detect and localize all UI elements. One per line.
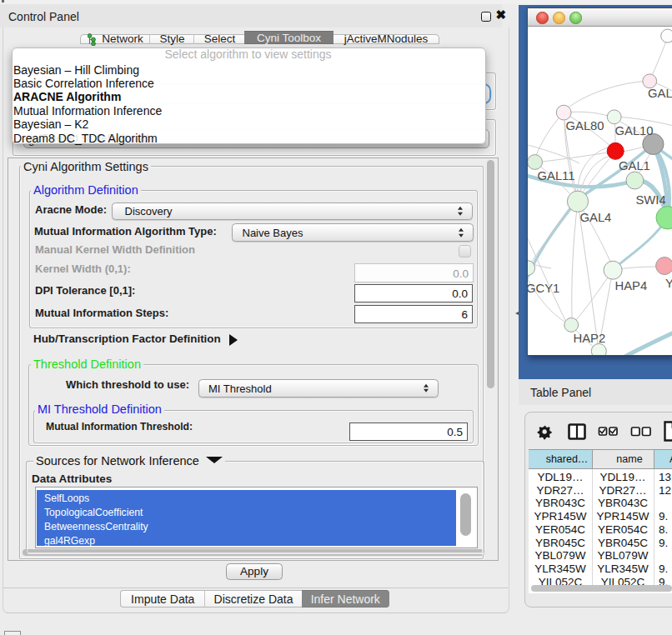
svg-text:Y: Y (665, 277, 672, 290)
svg-text:GAL11: GAL11 (538, 169, 575, 182)
svg-text:HAP2: HAP2 (574, 332, 606, 345)
svg-text:GCY1: GCY1 (528, 282, 559, 295)
svg-text:SWI4: SWI4 (636, 193, 666, 207)
svg-text:HAP4: HAP4 (615, 279, 648, 292)
svg-text:GAL4: GAL4 (580, 211, 612, 224)
svg-text:GAL: GAL (648, 87, 672, 100)
svg-text:GAL10: GAL10 (615, 124, 654, 138)
svg-text:GAL80: GAL80 (566, 119, 604, 132)
svg-text:GAL1: GAL1 (619, 159, 650, 172)
